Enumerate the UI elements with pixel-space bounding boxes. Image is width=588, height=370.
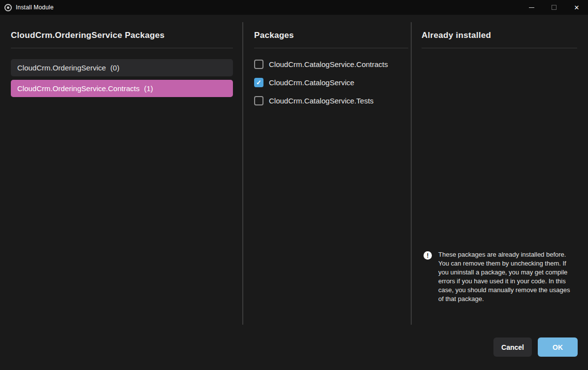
packages-panel: Packages CloudCrm.CatalogService.Contrac… [254, 31, 408, 114]
column-divider [411, 22, 412, 325]
already-installed-panel: Already installed [422, 31, 577, 48]
dialog-footer: Cancel OK [493, 337, 578, 357]
package-row-catalogservice[interactable]: ✓ CloudCrm.CatalogService [254, 78, 408, 87]
package-list: CloudCrm.CatalogService.Contracts ✓ Clou… [254, 60, 408, 105]
install-module-dialog: Install Module ✕ CloudCrm.OrderingServic… [0, 0, 588, 370]
module-item-count: (1) [144, 84, 153, 93]
panel-divider [11, 48, 233, 48]
packages-panel-title: Packages [254, 31, 408, 40]
window-title: Install Module [16, 4, 54, 11]
package-label: CloudCrm.CatalogService.Tests [269, 97, 374, 105]
module-item-count: (0) [110, 64, 119, 72]
checkbox-checked-icon[interactable]: ✓ [254, 78, 263, 87]
minimize-button[interactable] [520, 0, 543, 15]
titlebar[interactable]: Install Module ✕ [0, 0, 588, 15]
module-item-orderingservice-contracts[interactable]: CloudCrm.OrderingService.Contracts (1) [11, 80, 233, 97]
module-list: CloudCrm.OrderingService (0) CloudCrm.Or… [11, 59, 233, 97]
checkbox-unchecked-icon[interactable] [254, 96, 263, 105]
module-item-label: CloudCrm.OrderingService.Contracts [17, 84, 139, 93]
cancel-button[interactable]: Cancel [493, 337, 532, 357]
package-row-catalogservice-tests[interactable]: CloudCrm.CatalogService.Tests [254, 96, 408, 105]
ok-button[interactable]: OK [538, 337, 578, 357]
maximize-button[interactable] [543, 0, 565, 15]
info-icon: ! [424, 251, 432, 260]
already-installed-note: ! These packages are already installed b… [424, 250, 572, 303]
column-divider [242, 22, 243, 325]
maximize-icon [552, 5, 556, 10]
modules-panel: CloudCrm.OrderingService Packages CloudC… [11, 31, 233, 101]
checkbox-unchecked-icon[interactable] [254, 60, 263, 69]
package-row-catalogservice-contracts[interactable]: CloudCrm.CatalogService.Contracts [254, 60, 408, 69]
close-icon: ✕ [574, 4, 580, 11]
panel-divider [422, 48, 577, 48]
package-label: CloudCrm.CatalogService [269, 78, 354, 87]
module-item-label: CloudCrm.OrderingService [17, 64, 106, 72]
modules-panel-title: CloudCrm.OrderingService Packages [11, 31, 233, 40]
panel-divider [254, 48, 408, 48]
package-label: CloudCrm.CatalogService.Contracts [269, 60, 388, 68]
note-text: These packages are already installed bef… [438, 250, 570, 303]
module-item-orderingservice[interactable]: CloudCrm.OrderingService (0) [11, 59, 233, 76]
already-installed-title: Already installed [422, 31, 577, 40]
app-icon [4, 4, 12, 11]
minimize-icon [529, 7, 534, 8]
close-button[interactable]: ✕ [565, 0, 588, 15]
